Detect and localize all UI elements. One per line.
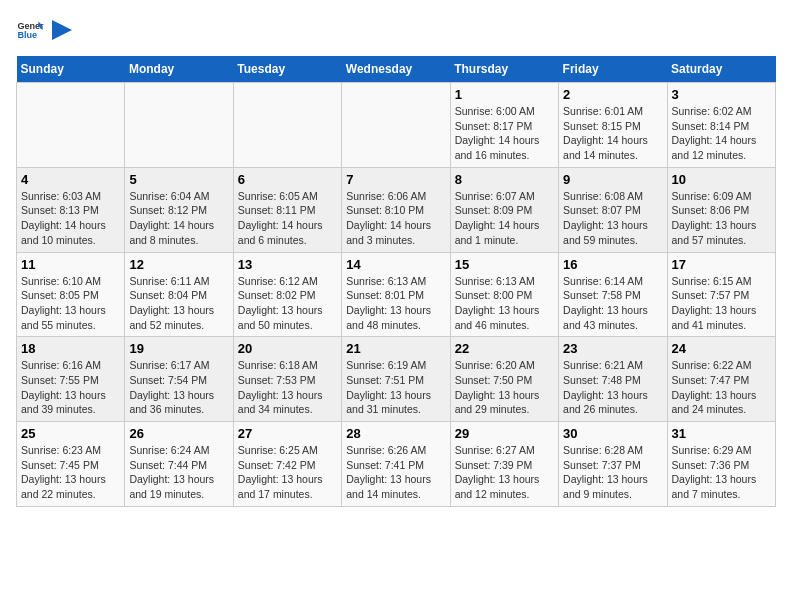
day-number: 6: [238, 172, 337, 187]
calendar-cell: 4Sunrise: 6:03 AM Sunset: 8:13 PM Daylig…: [17, 167, 125, 252]
header-monday: Monday: [125, 56, 233, 83]
calendar-cell: 27Sunrise: 6:25 AM Sunset: 7:42 PM Dayli…: [233, 422, 341, 507]
calendar-cell: 19Sunrise: 6:17 AM Sunset: 7:54 PM Dayli…: [125, 337, 233, 422]
day-number: 29: [455, 426, 554, 441]
calendar-cell: 29Sunrise: 6:27 AM Sunset: 7:39 PM Dayli…: [450, 422, 558, 507]
day-info: Sunrise: 6:13 AM Sunset: 8:00 PM Dayligh…: [455, 274, 554, 333]
day-number: 22: [455, 341, 554, 356]
day-number: 31: [672, 426, 771, 441]
day-info: Sunrise: 6:09 AM Sunset: 8:06 PM Dayligh…: [672, 189, 771, 248]
day-info: Sunrise: 6:17 AM Sunset: 7:54 PM Dayligh…: [129, 358, 228, 417]
calendar-cell: 14Sunrise: 6:13 AM Sunset: 8:01 PM Dayli…: [342, 252, 450, 337]
day-number: 10: [672, 172, 771, 187]
day-info: Sunrise: 6:24 AM Sunset: 7:44 PM Dayligh…: [129, 443, 228, 502]
day-info: Sunrise: 6:16 AM Sunset: 7:55 PM Dayligh…: [21, 358, 120, 417]
calendar-cell: 21Sunrise: 6:19 AM Sunset: 7:51 PM Dayli…: [342, 337, 450, 422]
calendar-cell: 13Sunrise: 6:12 AM Sunset: 8:02 PM Dayli…: [233, 252, 341, 337]
week-row-2: 4Sunrise: 6:03 AM Sunset: 8:13 PM Daylig…: [17, 167, 776, 252]
day-info: Sunrise: 6:12 AM Sunset: 8:02 PM Dayligh…: [238, 274, 337, 333]
day-number: 16: [563, 257, 662, 272]
calendar-cell: 3Sunrise: 6:02 AM Sunset: 8:14 PM Daylig…: [667, 83, 775, 168]
day-number: 12: [129, 257, 228, 272]
day-info: Sunrise: 6:22 AM Sunset: 7:47 PM Dayligh…: [672, 358, 771, 417]
calendar-cell: 26Sunrise: 6:24 AM Sunset: 7:44 PM Dayli…: [125, 422, 233, 507]
header-wednesday: Wednesday: [342, 56, 450, 83]
day-number: 20: [238, 341, 337, 356]
day-info: Sunrise: 6:08 AM Sunset: 8:07 PM Dayligh…: [563, 189, 662, 248]
calendar-cell: 2Sunrise: 6:01 AM Sunset: 8:15 PM Daylig…: [559, 83, 667, 168]
day-info: Sunrise: 6:02 AM Sunset: 8:14 PM Dayligh…: [672, 104, 771, 163]
day-number: 19: [129, 341, 228, 356]
day-number: 24: [672, 341, 771, 356]
svg-marker-4: [52, 20, 72, 40]
calendar-cell: 10Sunrise: 6:09 AM Sunset: 8:06 PM Dayli…: [667, 167, 775, 252]
day-info: Sunrise: 6:11 AM Sunset: 8:04 PM Dayligh…: [129, 274, 228, 333]
calendar-cell: 28Sunrise: 6:26 AM Sunset: 7:41 PM Dayli…: [342, 422, 450, 507]
day-number: 4: [21, 172, 120, 187]
logo: General Blue: [16, 16, 72, 44]
day-number: 28: [346, 426, 445, 441]
day-info: Sunrise: 6:19 AM Sunset: 7:51 PM Dayligh…: [346, 358, 445, 417]
calendar-cell: 17Sunrise: 6:15 AM Sunset: 7:57 PM Dayli…: [667, 252, 775, 337]
header-tuesday: Tuesday: [233, 56, 341, 83]
day-number: 3: [672, 87, 771, 102]
day-number: 25: [21, 426, 120, 441]
day-info: Sunrise: 6:25 AM Sunset: 7:42 PM Dayligh…: [238, 443, 337, 502]
week-row-4: 18Sunrise: 6:16 AM Sunset: 7:55 PM Dayli…: [17, 337, 776, 422]
day-info: Sunrise: 6:14 AM Sunset: 7:58 PM Dayligh…: [563, 274, 662, 333]
calendar-cell: [233, 83, 341, 168]
day-info: Sunrise: 6:18 AM Sunset: 7:53 PM Dayligh…: [238, 358, 337, 417]
day-number: 18: [21, 341, 120, 356]
day-number: 5: [129, 172, 228, 187]
calendar-cell: 30Sunrise: 6:28 AM Sunset: 7:37 PM Dayli…: [559, 422, 667, 507]
calendar-cell: 24Sunrise: 6:22 AM Sunset: 7:47 PM Dayli…: [667, 337, 775, 422]
day-info: Sunrise: 6:28 AM Sunset: 7:37 PM Dayligh…: [563, 443, 662, 502]
calendar-cell: 6Sunrise: 6:05 AM Sunset: 8:11 PM Daylig…: [233, 167, 341, 252]
calendar-cell: 7Sunrise: 6:06 AM Sunset: 8:10 PM Daylig…: [342, 167, 450, 252]
header-saturday: Saturday: [667, 56, 775, 83]
day-info: Sunrise: 6:20 AM Sunset: 7:50 PM Dayligh…: [455, 358, 554, 417]
day-number: 14: [346, 257, 445, 272]
calendar-cell: 25Sunrise: 6:23 AM Sunset: 7:45 PM Dayli…: [17, 422, 125, 507]
week-row-3: 11Sunrise: 6:10 AM Sunset: 8:05 PM Dayli…: [17, 252, 776, 337]
day-info: Sunrise: 6:23 AM Sunset: 7:45 PM Dayligh…: [21, 443, 120, 502]
calendar-cell: 22Sunrise: 6:20 AM Sunset: 7:50 PM Dayli…: [450, 337, 558, 422]
day-info: Sunrise: 6:29 AM Sunset: 7:36 PM Dayligh…: [672, 443, 771, 502]
header-friday: Friday: [559, 56, 667, 83]
header-thursday: Thursday: [450, 56, 558, 83]
svg-text:Blue: Blue: [17, 30, 37, 40]
calendar-cell: 11Sunrise: 6:10 AM Sunset: 8:05 PM Dayli…: [17, 252, 125, 337]
calendar-cell: 5Sunrise: 6:04 AM Sunset: 8:12 PM Daylig…: [125, 167, 233, 252]
calendar-cell: 20Sunrise: 6:18 AM Sunset: 7:53 PM Dayli…: [233, 337, 341, 422]
page-header: General Blue: [16, 16, 776, 44]
day-info: Sunrise: 6:03 AM Sunset: 8:13 PM Dayligh…: [21, 189, 120, 248]
day-info: Sunrise: 6:06 AM Sunset: 8:10 PM Dayligh…: [346, 189, 445, 248]
day-number: 15: [455, 257, 554, 272]
calendar-cell: 31Sunrise: 6:29 AM Sunset: 7:36 PM Dayli…: [667, 422, 775, 507]
day-info: Sunrise: 6:10 AM Sunset: 8:05 PM Dayligh…: [21, 274, 120, 333]
day-number: 2: [563, 87, 662, 102]
day-number: 11: [21, 257, 120, 272]
header-sunday: Sunday: [17, 56, 125, 83]
day-number: 1: [455, 87, 554, 102]
day-number: 27: [238, 426, 337, 441]
calendar-cell: 8Sunrise: 6:07 AM Sunset: 8:09 PM Daylig…: [450, 167, 558, 252]
calendar-cell: 23Sunrise: 6:21 AM Sunset: 7:48 PM Dayli…: [559, 337, 667, 422]
logo-arrow-icon: [52, 20, 72, 40]
day-info: Sunrise: 6:21 AM Sunset: 7:48 PM Dayligh…: [563, 358, 662, 417]
day-info: Sunrise: 6:26 AM Sunset: 7:41 PM Dayligh…: [346, 443, 445, 502]
day-number: 26: [129, 426, 228, 441]
logo-icon: General Blue: [16, 16, 44, 44]
day-info: Sunrise: 6:05 AM Sunset: 8:11 PM Dayligh…: [238, 189, 337, 248]
day-number: 30: [563, 426, 662, 441]
calendar-cell: [342, 83, 450, 168]
day-info: Sunrise: 6:04 AM Sunset: 8:12 PM Dayligh…: [129, 189, 228, 248]
calendar-cell: 1Sunrise: 6:00 AM Sunset: 8:17 PM Daylig…: [450, 83, 558, 168]
day-number: 13: [238, 257, 337, 272]
calendar-cell: [125, 83, 233, 168]
calendar-cell: 16Sunrise: 6:14 AM Sunset: 7:58 PM Dayli…: [559, 252, 667, 337]
calendar-cell: 15Sunrise: 6:13 AM Sunset: 8:00 PM Dayli…: [450, 252, 558, 337]
day-number: 9: [563, 172, 662, 187]
day-number: 23: [563, 341, 662, 356]
day-info: Sunrise: 6:07 AM Sunset: 8:09 PM Dayligh…: [455, 189, 554, 248]
